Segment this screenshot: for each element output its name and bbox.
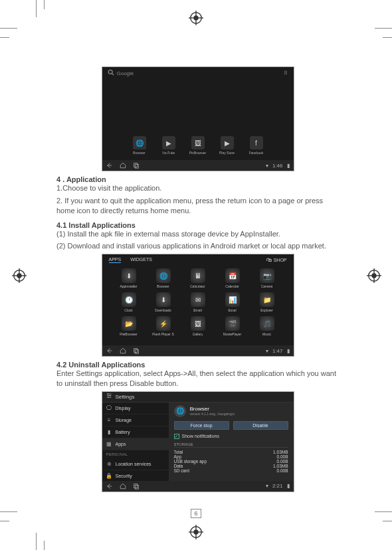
svg-point-25 <box>107 394 108 395</box>
battery-icon: ▮ <box>287 483 290 489</box>
apps-grid-icon[interactable]: ⠿ <box>284 70 288 76</box>
browser-icon: 🌐 <box>174 405 186 417</box>
sidebar-item[interactable]: ⊕Location services <box>102 458 169 470</box>
sidebar-item[interactable]: ▦Apps <box>102 438 169 450</box>
home-icon[interactable] <box>120 483 126 490</box>
sidebar-icon: ≡ <box>106 417 112 423</box>
dock-item[interactable]: 🌐Browser <box>128 136 151 155</box>
app-cell[interactable]: 📁Explorer <box>251 292 283 312</box>
show-notifications-checkbox[interactable]: ✓ Show notifications <box>174 434 288 439</box>
app-label: Music <box>262 332 271 336</box>
sidebar-item[interactable]: ≡Storage <box>102 414 169 426</box>
tab-apps[interactable]: APPS <box>109 257 122 263</box>
dock-item[interactable]: ▶Play Store <box>215 136 239 155</box>
app-label: MoviePlayer <box>223 332 242 336</box>
app-icon: 🖼 <box>191 136 205 149</box>
app-icon: 📂 <box>122 316 136 331</box>
storage-row: SD card0.00B <box>174 468 288 473</box>
registration-mark-top <box>189 11 203 25</box>
app-label: Excel <box>228 308 236 312</box>
app-icon: 📅 <box>225 268 240 283</box>
home-icon[interactable] <box>120 347 126 354</box>
app-icon: ▶ <box>162 136 175 149</box>
storage-list: Total1.03MBApp0.00BUSB storage app0.00BD… <box>174 450 288 473</box>
sidebar-section: PERSONAL <box>102 450 169 458</box>
apps-grid: ⬇Appinstaller🌐Browser🖩Calculator📅Calenda… <box>102 266 294 339</box>
tab-widgets[interactable]: WIDGETS <box>130 257 152 263</box>
storage-section-label: STORAGE <box>174 442 288 448</box>
recent-icon[interactable] <box>133 347 140 354</box>
svg-point-16 <box>108 70 112 74</box>
svg-line-17 <box>112 73 114 75</box>
app-dock: 🌐Browser▶YouTube🖼PicBrowser▶Play StorefF… <box>102 136 294 155</box>
dock-item[interactable]: ▶YouTube <box>157 136 181 155</box>
app-cell[interactable]: 📅Calendar <box>217 268 248 288</box>
back-icon[interactable] <box>106 483 113 490</box>
paragraph-41b: (2) Download and install various applica… <box>56 241 339 251</box>
shop-link[interactable]: 🛍 SHOP <box>266 257 287 263</box>
app-label: FileBrowser <box>120 332 137 336</box>
back-icon[interactable] <box>106 347 113 354</box>
app-cell[interactable]: 📊Excel <box>217 292 248 312</box>
svg-point-27 <box>108 397 109 399</box>
app-icon: 🌐 <box>156 268 171 283</box>
app-label: Play Store <box>219 151 235 155</box>
heading-42: 4.2 Uninstall Applications <box>56 361 339 369</box>
screenshot-apps: APPS WIDGETS 🛍 SHOP ⬇Appinstaller🌐Browse… <box>102 254 294 357</box>
app-cell[interactable]: 🖼Gallery <box>182 316 214 336</box>
clock-time: 1:46 <box>272 163 283 169</box>
search-bar[interactable]: Google <box>108 69 134 77</box>
app-label: Appinstaller <box>120 284 137 288</box>
app-cell[interactable]: 🎬MoviePlayer <box>217 316 248 336</box>
heading-4: 4 . Application <box>56 175 339 183</box>
app-icon: 🎵 <box>260 316 274 331</box>
app-cell[interactable]: ⬇Downloads <box>147 292 179 312</box>
storage-row: Data1.03MB <box>174 464 288 468</box>
force-stop-button[interactable]: Force stop <box>174 421 229 430</box>
app-icon: f <box>250 136 263 149</box>
app-cell[interactable]: 📷Camera <box>251 268 283 288</box>
app-icon: 📁 <box>260 292 274 307</box>
app-icon: 🖩 <box>191 268 205 283</box>
app-label: YouTube <box>162 151 175 155</box>
paragraph-41a: (1) Install the apk file in external mas… <box>56 229 339 239</box>
app-icon: ⬇ <box>122 268 136 283</box>
app-cell[interactable]: ⚡Flash Player S <box>147 316 179 336</box>
storage-row: App0.00B <box>174 454 288 459</box>
app-cell[interactable]: ⬇Appinstaller <box>113 268 145 288</box>
clock-time: 2:21 <box>272 483 283 489</box>
recent-icon[interactable] <box>133 483 140 490</box>
app-label: Browser <box>157 284 169 288</box>
search-label: Google <box>117 70 134 76</box>
app-version: version 4.1.1-eng.; baogaingm <box>190 412 235 416</box>
app-label: Downloads <box>155 308 171 312</box>
page-number: 6 <box>191 509 201 518</box>
recent-icon[interactable] <box>133 162 140 169</box>
app-cell[interactable]: 🖩Calculator <box>182 268 214 288</box>
clock-time: 1:47 <box>272 348 283 354</box>
app-icon: ⬇ <box>156 292 171 307</box>
app-icon: ✉ <box>191 292 205 307</box>
sidebar-item[interactable]: ▮Battery <box>102 426 169 438</box>
sidebar-icon: ⊕ <box>106 461 112 467</box>
shop-icon: 🛍 <box>266 257 272 263</box>
home-icon[interactable] <box>120 162 126 169</box>
disable-button[interactable]: Disable <box>233 421 288 430</box>
app-cell[interactable]: ✉Email <box>182 292 214 312</box>
app-cell[interactable]: 📂FileBrowser <box>113 316 145 336</box>
app-label: Facebook <box>249 151 264 155</box>
app-icon: 📊 <box>225 292 240 307</box>
app-icon: 🌐 <box>133 136 146 149</box>
storage-row: Total1.03MB <box>174 450 288 454</box>
dock-item[interactable]: fFacebook <box>245 136 268 155</box>
app-cell[interactable]: 🕐Clock <box>113 292 145 312</box>
app-cell[interactable]: 🎵Music <box>251 316 283 336</box>
app-icon: ▶ <box>221 136 234 149</box>
dock-item[interactable]: 🖼PicBrowser <box>186 136 210 155</box>
app-cell[interactable]: 🌐Browser <box>147 268 179 288</box>
sidebar-item[interactable]: 🖵Display <box>102 403 169 414</box>
app-label: Email <box>193 308 202 312</box>
settings-sidebar: 🖵Display≡Storage▮Battery▦AppsPERSONAL⊕Lo… <box>102 403 169 481</box>
back-icon[interactable] <box>106 162 113 169</box>
app-name: Browser <box>190 406 235 412</box>
